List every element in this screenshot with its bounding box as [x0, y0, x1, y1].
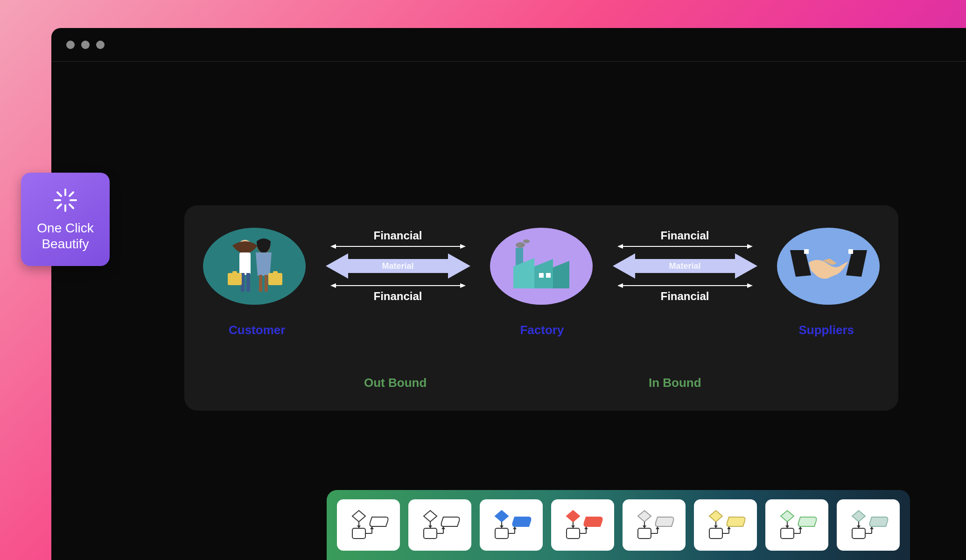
svg-marker-33 — [790, 250, 811, 277]
material-left-label: Material — [382, 261, 413, 271]
svg-rect-10 — [273, 271, 278, 274]
svg-rect-1 — [239, 252, 251, 275]
svg-line-98 — [70, 204, 73, 208]
svg-marker-79 — [781, 511, 794, 522]
factory-label: Factory — [520, 323, 564, 337]
flowchart-icon — [489, 507, 534, 543]
svg-rect-36 — [848, 249, 853, 254]
svg-rect-82 — [781, 528, 794, 539]
suppliers-label: Suppliers — [799, 323, 854, 337]
svg-marker-86 — [852, 511, 865, 522]
svg-marker-37 — [352, 511, 365, 522]
svg-point-18 — [516, 242, 525, 248]
traffic-lights — [66, 41, 105, 49]
customer-oval — [203, 228, 306, 305]
theme-tile-7[interactable] — [837, 499, 900, 551]
theme-tile-2[interactable] — [480, 499, 543, 551]
arrows-left: Financial Material — [306, 229, 490, 303]
svg-marker-34 — [846, 250, 867, 277]
svg-marker-51 — [495, 511, 508, 522]
theme-tile-6[interactable] — [765, 499, 828, 551]
titlebar — [51, 28, 966, 62]
material-arrow-left: Material — [326, 252, 470, 280]
svg-point-19 — [523, 239, 530, 243]
diagram-panel: Financial Material — [184, 205, 898, 411]
svg-rect-7 — [259, 275, 262, 292]
flowchart-icon — [560, 507, 606, 543]
svg-marker-32 — [747, 283, 753, 288]
svg-rect-8 — [265, 275, 268, 292]
financial-bottom-right-label: Financial — [660, 290, 709, 303]
sparkle-icon — [52, 187, 79, 214]
svg-marker-72 — [709, 511, 722, 522]
material-arrow-right: Material — [613, 252, 757, 280]
svg-rect-24 — [539, 273, 544, 278]
svg-marker-44 — [424, 511, 437, 522]
svg-marker-12 — [330, 244, 336, 249]
theme-tile-3[interactable] — [551, 499, 614, 551]
svg-rect-68 — [638, 528, 651, 539]
people-icon — [224, 235, 285, 298]
handshake-icon — [790, 242, 867, 291]
outbound-label: Out Bound — [364, 376, 427, 390]
arrows-right: Financial Material — [593, 229, 777, 303]
maximize-dot[interactable] — [96, 41, 105, 49]
svg-line-100 — [57, 204, 61, 208]
flowchart-icon — [774, 507, 820, 543]
svg-line-97 — [57, 192, 61, 196]
beautify-button[interactable]: One Click Beautify — [21, 173, 110, 266]
svg-rect-9 — [268, 273, 282, 285]
theme-tile-5[interactable] — [694, 499, 757, 551]
svg-rect-54 — [495, 528, 508, 539]
svg-marker-27 — [617, 244, 623, 249]
financial-bottom-left-label: Financial — [373, 290, 422, 303]
flowchart-icon — [417, 507, 463, 543]
beautify-line1: One Click — [37, 221, 93, 235]
thin-bidir-arrow-icon — [330, 243, 466, 250]
thin-bidir-arrow-icon — [617, 243, 753, 250]
svg-marker-16 — [330, 283, 336, 288]
suppliers-oval — [777, 228, 880, 305]
svg-rect-89 — [852, 528, 865, 539]
svg-marker-31 — [617, 283, 623, 288]
factory-oval — [490, 228, 593, 305]
theme-bar — [327, 490, 910, 560]
svg-rect-3 — [246, 273, 250, 292]
svg-rect-40 — [352, 528, 365, 539]
financial-top-left-label: Financial — [373, 229, 422, 242]
node-customer[interactable] — [203, 228, 306, 305]
minimize-dot[interactable] — [81, 41, 90, 49]
close-dot[interactable] — [66, 41, 75, 49]
thin-bidir-arrow-icon — [617, 282, 753, 289]
svg-marker-23 — [553, 261, 569, 288]
svg-rect-4 — [228, 273, 242, 285]
svg-rect-61 — [567, 528, 580, 539]
svg-marker-17 — [460, 283, 466, 288]
svg-rect-75 — [709, 528, 722, 539]
theme-tile-0[interactable] — [337, 499, 400, 551]
theme-tile-4[interactable] — [623, 499, 686, 551]
node-suppliers[interactable] — [777, 228, 880, 305]
svg-marker-28 — [747, 244, 753, 249]
material-right-label: Material — [669, 261, 700, 271]
customer-label: Customer — [229, 323, 285, 337]
theme-tile-1[interactable] — [408, 499, 471, 551]
financial-top-right-label: Financial — [660, 229, 709, 242]
svg-rect-25 — [546, 273, 551, 278]
factory-icon — [509, 239, 574, 293]
svg-marker-13 — [460, 244, 466, 249]
flowchart-icon — [346, 507, 392, 543]
svg-marker-58 — [567, 511, 580, 522]
inbound-label: In Bound — [649, 376, 701, 390]
flowchart-icon — [846, 507, 891, 543]
thin-bidir-arrow-icon — [330, 282, 466, 289]
svg-rect-47 — [424, 528, 437, 539]
flowchart-icon — [703, 507, 749, 543]
svg-line-99 — [70, 192, 73, 196]
svg-marker-65 — [638, 511, 651, 522]
svg-rect-5 — [232, 271, 237, 274]
beautify-line2: Beautify — [42, 237, 89, 251]
flowchart-icon — [631, 507, 677, 543]
app-window: Financial Material — [51, 28, 966, 560]
node-factory[interactable] — [490, 228, 593, 305]
